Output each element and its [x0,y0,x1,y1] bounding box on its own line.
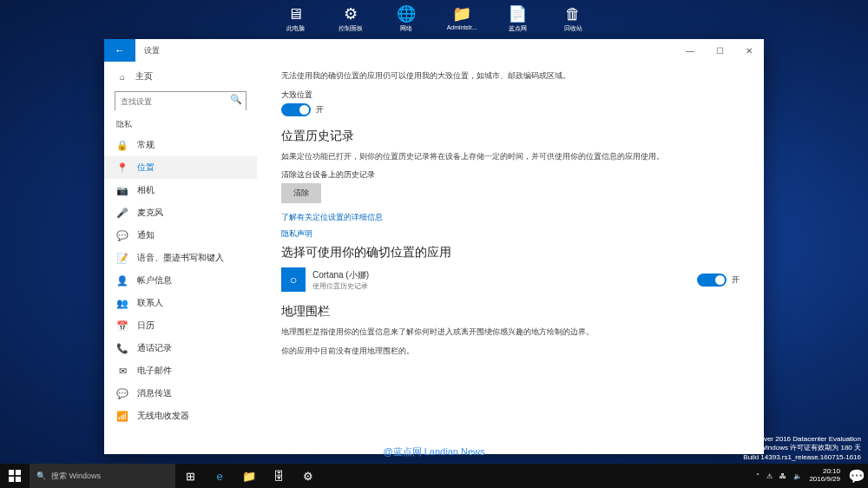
intro-text: 无法使用我的确切位置的应用仍可以使用我的大致位置，如城市、邮政编码或区域。 [281,70,740,82]
svg-rect-0 [9,470,14,475]
document-icon: 📄 [505,3,529,24]
messaging-icon: 💬 [116,388,128,399]
task-explorer[interactable]: 📁 [234,470,264,483]
sidebar-item-email[interactable]: ✉电子邮件 [104,359,257,382]
tray-warning-icon[interactable]: ⚠ [766,472,773,480]
desktop-icon-label: 控制面板 [339,24,363,33]
calendar-icon: 📅 [116,320,128,332]
app-sub: 使用位置历史记录 [312,281,690,291]
notification-icon: 💬 [116,230,128,241]
desktop-icon-label: 此电脑 [286,24,305,33]
task-server-manager[interactable]: 🗄 [264,470,293,483]
taskbar-date: 2016/9/29 [809,476,840,484]
task-settings[interactable]: ⚙ [293,470,323,483]
cortana-toggle[interactable] [697,274,727,287]
taskbar-search[interactable]: 🔍 搜索 Windows [30,464,175,488]
sidebar-item-notifications[interactable]: 💬通知 [104,224,257,247]
sidebar-item-microphone[interactable]: 🎤麦克风 [104,201,257,224]
clear-label: 清除这台设备上的历史记录 [281,169,740,181]
desktop-icon-label: 网络 [400,24,412,33]
search-icon: 🔍 [36,472,46,480]
titlebar: ← 设置 — ☐ ✕ [104,39,764,62]
sidebar-item-label: 无线电收发器 [137,410,189,422]
contacts-icon: 👥 [116,298,128,309]
folder-icon: 📁 [450,3,474,24]
svg-rect-2 [9,477,14,482]
sidebar-item-label: 通知 [137,229,155,241]
sidebar-item-messaging[interactable]: 💬消息传送 [104,382,257,405]
call-icon: 📞 [116,343,128,354]
location-icon: 📍 [116,162,128,174]
minimize-button[interactable]: — [675,39,705,62]
desktop-icon-label: 回收站 [564,24,582,33]
privacy-statement-link[interactable]: 隐私声明 [281,228,740,240]
search-icon: 🔍 [230,94,242,105]
start-button[interactable] [0,464,30,488]
taskbar-clock[interactable]: 20:10 2016/9/29 [809,468,840,484]
tray-network-icon[interactable]: 🖧 [779,472,786,480]
desktop-icon-network[interactable]: 🌐网络 [386,3,426,33]
radio-icon: 📶 [116,411,128,422]
sidebar-item-camera[interactable]: 📷相机 [104,179,257,201]
sidebar-item-label: 通话记录 [137,342,172,354]
search-box[interactable]: 🔍 [115,91,247,110]
close-button[interactable]: ✕ [734,39,764,62]
sidebar-item-label: 麦克风 [137,207,163,219]
home-link[interactable]: ⌂主页 [104,67,257,86]
action-center-button[interactable]: 💬 [845,464,868,488]
geofence-heading: 地理围栏 [281,304,740,320]
app-row-cortana: ○ Cortana (小娜) 使用位置历史记录 开 [281,267,740,292]
sidebar-category: 隐私 [104,119,257,134]
desktop-icon-landian[interactable]: 📄蓝点网 [497,3,537,33]
geofence-desc: 地理围栏是指使用你的位置信息来了解你何时进入或离开围绕你感兴趣的地方绘制的边界。 [281,326,740,339]
task-ie[interactable]: e [205,470,234,483]
search-input[interactable] [115,93,246,110]
approx-toggle[interactable] [281,103,311,116]
sidebar-item-label: 帐户信息 [137,274,172,287]
home-icon: ⌂ [116,72,128,82]
taskbar: 🔍 搜索 Windows ⊞ e 📁 🗄 ⚙ ˄ ⚠ 🖧 🔈 20:10 201… [0,464,868,488]
sidebar-item-account[interactable]: 👤帐户信息 [104,269,257,292]
content-pane[interactable]: 无法使用我的确切位置的应用仍可以使用我的大致位置，如城市、邮政编码或区域。 大致… [257,62,764,454]
sidebar-item-location[interactable]: 📍位置 [104,156,257,179]
eval-line: Build 14393.rs1_release.160715-1616 [723,453,861,462]
app-name: Cortana (小娜) [312,269,690,281]
system-tray: ˄ ⚠ 🖧 🔈 20:10 2016/9/29 [751,464,845,488]
sidebar-item-general[interactable]: 🔒常规 [104,134,257,156]
cortana-icon: ○ [281,267,306,292]
sidebar-item-contacts[interactable]: 👥联系人 [104,292,257,314]
sidebar-item-label: 日历 [137,320,155,332]
approx-label: 大致位置 [281,89,740,101]
pc-icon: 🖥 [283,3,307,24]
sidebar-item-label: 相机 [137,184,155,196]
tray-volume-icon[interactable]: 🔈 [793,472,802,480]
desktop-icon-recycle[interactable]: 🗑回收站 [553,3,593,33]
task-view-button[interactable]: ⊞ [175,470,205,483]
watermark-brand: @蓝点网 Landian.News [384,445,485,458]
sidebar-item-label: 消息传送 [137,387,172,399]
desktop-icon-controlpanel[interactable]: ⚙控制面板 [331,3,371,33]
learn-more-link[interactable]: 了解有关定位设置的详细信息 [281,212,740,223]
desktop-icon-admin[interactable]: 📁Administr... [442,3,482,33]
speech-icon: 📝 [116,253,128,264]
sidebar-item-speech[interactable]: 📝语音、墨迹书写和键入 [104,247,257,269]
microphone-icon: 🎤 [116,208,128,219]
history-desc: 如果定位功能已打开，则你的位置历史记录将在设备上存储一定的时间，并可供使用你的位… [281,151,740,163]
sidebar-item-label: 语音、墨迹书写和键入 [137,252,224,264]
desktop-icon-thispc[interactable]: 🖥此电脑 [275,3,315,33]
taskbar-search-placeholder: 搜索 Windows [51,471,101,482]
sidebar-item-label: 电子邮件 [137,365,172,377]
tray-up-icon[interactable]: ˄ [756,472,760,480]
settings-window: ← 设置 — ☐ ✕ ⌂主页 🔍 隐私 🔒常规 📍位置 📷相机 🎤麦克风 💬通知… [104,39,764,454]
home-label: 主页 [135,70,153,82]
eval-line: Windows 许可证有效期为 180 天 [723,444,861,452]
sidebar-item-radios[interactable]: 📶无线电收发器 [104,405,257,427]
maximize-button[interactable]: ☐ [705,39,734,62]
sidebar-item-calendar[interactable]: 📅日历 [104,314,257,337]
clear-button[interactable]: 清除 [281,183,321,203]
back-button[interactable]: ← [104,39,135,62]
sidebar-item-callhistory[interactable]: 📞通话记录 [104,337,257,359]
control-panel-icon: ⚙ [339,3,363,24]
desktop-icon-label: Administr... [447,24,477,30]
account-icon: 👤 [116,275,128,287]
